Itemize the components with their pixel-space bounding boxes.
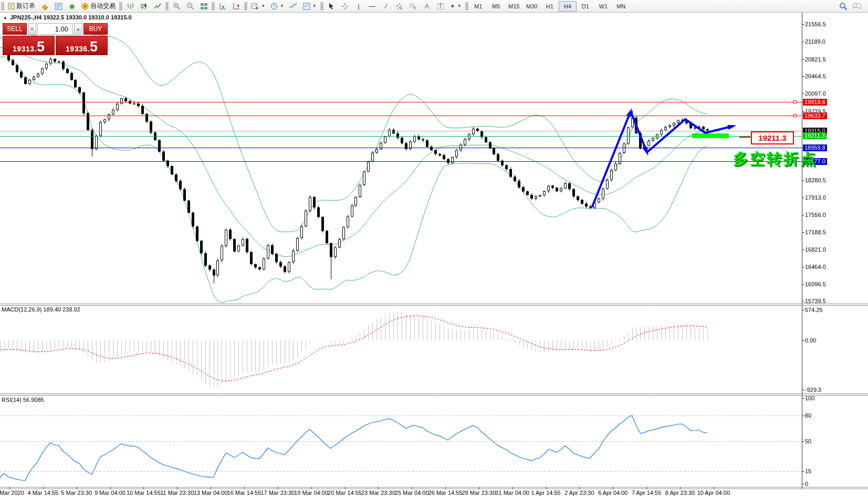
timeframe-M15[interactable]: M15 [505, 1, 523, 12]
timeframe-M1[interactable]: M1 [469, 1, 487, 12]
price-axis-tick: 18280.5 [805, 177, 826, 183]
price-axis-tick: 16464.0 [805, 264, 826, 270]
price-axis-tick: 17188.5 [805, 229, 826, 235]
timeframe-H1[interactable]: H1 [541, 1, 559, 12]
auto-scroll-button[interactable] [216, 1, 229, 12]
chinese-annotation[interactable]: 多空转折点 [733, 149, 817, 170]
chart-title-text: JPN225-,H4 19322.5 19330.0 19310.0 19315… [10, 14, 132, 20]
market-watch-button[interactable] [51, 1, 65, 12]
cursor-icon [328, 3, 334, 10]
bid-main-digits: 19313. [13, 45, 37, 53]
price-axis-tick: 21556.5 [805, 21, 826, 27]
cursor-button[interactable] [325, 1, 338, 12]
price-axis-tick: 16096.5 [805, 281, 826, 287]
dropdown-icon: ▼ [280, 4, 284, 8]
periods-button[interactable]: ▼ [268, 1, 287, 12]
arrows-icon: ✦ [450, 3, 455, 9]
toolbar-grip[interactable] [1, 2, 4, 11]
time-axis-label: 10 Mar 14:55 [127, 490, 161, 496]
ask-pip-digit: 5 [90, 41, 98, 53]
autotrade-button[interactable]: 自动交易 [79, 1, 118, 12]
timeframe-MN[interactable]: MN [612, 1, 630, 12]
ask-price-display[interactable]: 19336.5 [56, 36, 108, 55]
autotrade-label: 自动交易 [90, 2, 116, 11]
rsi-axis-tick: 0 [805, 481, 808, 487]
price-callout-box[interactable]: 19211.3 [751, 131, 794, 144]
vline-icon: | [358, 3, 359, 9]
arrows-button[interactable]: ✦ ▼ [447, 1, 464, 12]
line-chart-icon [154, 3, 162, 10]
price-axis-tick: 15739.5 [805, 298, 826, 304]
timeframe-W1[interactable]: W1 [594, 1, 612, 12]
time-axis-label: 6 Apr 04:00 [598, 490, 628, 496]
zoom-in-button[interactable] [170, 1, 183, 12]
volume-increase-button[interactable]: ▲ [74, 23, 82, 35]
search-icon [839, 2, 848, 11]
trendline-button[interactable]: / [379, 1, 393, 12]
tile-windows-button[interactable] [197, 1, 211, 12]
search-button[interactable] [836, 1, 850, 12]
time-axis-label: 25 Mar 04:00 [395, 490, 429, 496]
text-label-button[interactable]: T [434, 1, 447, 12]
macd-axis-tick: -929.3 [805, 387, 821, 393]
crosshair-button[interactable] [338, 1, 352, 12]
macd-axis-tick: 0.00 [805, 337, 816, 344]
zoom-out-button[interactable] [183, 1, 197, 12]
time-axis-label: 3 Mar 2020 [0, 490, 24, 496]
rsi-axis-tick: 100 [805, 395, 814, 401]
templates-button[interactable]: ▼ [300, 1, 319, 12]
channel-button[interactable]: E [393, 1, 406, 12]
one-click-trading-panel: SELL ▼ 1.00 ▲ BUY 19313.5 19336.5 [3, 23, 108, 55]
vertical-line-button[interactable]: | [352, 1, 365, 12]
timeframe-bar: M1M5M15M30H1H4D1W1MN [469, 1, 630, 12]
signal-icon: ◉ [69, 3, 75, 9]
timeframe-D1[interactable]: D1 [577, 1, 594, 12]
indicators-button[interactable] [287, 1, 300, 12]
price-axis-tick: 21189.0 [805, 38, 825, 45]
horizontal-line-button[interactable]: — [365, 1, 379, 12]
text-button[interactable]: A [420, 1, 434, 12]
new-chart-button[interactable]: ▼ [248, 1, 268, 12]
history-center-button[interactable]: ◆ [38, 1, 51, 12]
svg-text:E: E [400, 7, 402, 10]
buy-button[interactable]: BUY [83, 23, 108, 35]
toolbar-grip[interactable] [165, 2, 169, 11]
time-axis-label: 20 Mar 14:55 [328, 490, 362, 496]
volume-decrease-button[interactable]: ▼ [28, 23, 36, 35]
toolbar-grip[interactable] [119, 2, 122, 11]
volume-input[interactable]: 1.00 [37, 23, 73, 35]
trendline-icon: / [385, 3, 386, 9]
toolbar-grip[interactable] [212, 2, 215, 11]
community-chat-button[interactable] [850, 1, 864, 12]
price-axis-tick: 16821.0 [805, 246, 826, 253]
toolbar: 新订单 ◆ ◉ 自动交易 ▼ ▼ [0, 0, 868, 13]
chart-ohlc-title: ▲ JPN225-,H4 19322.5 19330.0 19310.0 193… [3, 14, 132, 20]
candlestick-button[interactable] [137, 1, 151, 12]
clock-icon [270, 3, 278, 10]
timeframe-M5[interactable]: M5 [487, 1, 505, 12]
timeframe-M30[interactable]: M30 [523, 1, 541, 12]
fibonacci-button[interactable]: F [406, 1, 420, 12]
hline-icon: — [369, 3, 375, 9]
toolbar-grip[interactable] [244, 2, 247, 11]
time-axis-label: 4 Mar 14:55 [27, 490, 58, 496]
time-axis-label: 5 Mar 23:30 [61, 490, 92, 496]
zoom-out-icon [186, 2, 194, 10]
new-order-button[interactable]: 新订单 [5, 1, 38, 12]
chart-shift-button[interactable] [229, 1, 243, 12]
toolbar-grip[interactable] [465, 2, 468, 11]
bid-price-display[interactable]: 19313.5 [3, 36, 55, 55]
timeframe-H4[interactable]: H4 [559, 1, 577, 12]
price-axis-tick: 17556.0 [805, 212, 826, 218]
signal-button[interactable]: ◉ [65, 1, 79, 12]
auto-scroll-icon [219, 3, 227, 10]
new-order-icon [8, 3, 15, 9]
bar-chart-button[interactable] [123, 1, 137, 12]
sell-button[interactable]: SELL [3, 23, 27, 35]
new-chart-icon [251, 3, 259, 10]
line-chart-button[interactable] [151, 1, 164, 12]
toolbar-grip[interactable] [320, 2, 323, 11]
chart-canvas[interactable] [0, 0, 868, 498]
time-axis-label: 2 Apr 23:30 [564, 490, 594, 496]
collapse-icon[interactable]: ▲ [3, 15, 7, 20]
